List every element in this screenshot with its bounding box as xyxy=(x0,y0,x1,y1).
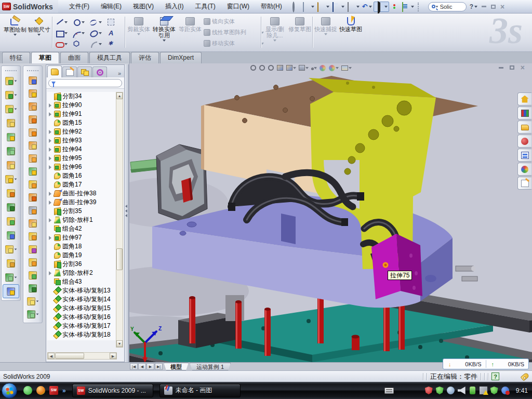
linear-pattern-button[interactable] xyxy=(2,172,20,186)
part-guide-rod[interactable] xyxy=(130,159,159,172)
scroll-down-arrow[interactable]: ▼ xyxy=(116,340,123,347)
move-copy-button[interactable] xyxy=(2,228,20,242)
untrim-surface-button[interactable] xyxy=(23,204,42,217)
display-style-button[interactable] xyxy=(298,64,309,72)
menu-窗口(W)[interactable]: 窗口(W) xyxy=(221,0,255,13)
task-button-未命名 - 画图[interactable]: 未命名 - 画图 xyxy=(159,384,241,397)
status-help-button[interactable]: ? xyxy=(491,373,499,380)
document-close-button[interactable]: × xyxy=(521,64,525,71)
tool-移动实体[interactable]: 移动实体 xyxy=(204,38,260,49)
boundary-surface-button[interactable] xyxy=(23,126,42,139)
options-button[interactable] xyxy=(401,2,415,12)
menu-工具(T)[interactable]: 工具(T) xyxy=(189,0,221,13)
tag-icon[interactable] xyxy=(521,372,530,381)
dropdown-arrow[interactable] xyxy=(349,67,352,69)
media-icon[interactable] xyxy=(36,386,45,395)
document-minimize-button[interactable] xyxy=(499,67,503,69)
corner-rectangle-button[interactable] xyxy=(54,28,71,38)
expander-icon[interactable] xyxy=(48,139,52,143)
expander-icon[interactable] xyxy=(48,103,52,108)
display-delete-relations-button[interactable]: 显示/删除几... xyxy=(263,15,287,49)
dropdown-arrow[interactable] xyxy=(99,43,102,45)
text-button[interactable] xyxy=(105,28,123,38)
tree-item[interactable]: 实体-移动/复制15 xyxy=(47,304,117,313)
menu-帮助(H)[interactable]: 帮助(H) xyxy=(255,0,288,13)
expander-icon[interactable] xyxy=(48,112,52,116)
rapid-sketch-button[interactable]: 快速草图 xyxy=(339,15,363,49)
tab-曲面[interactable]: 曲面 xyxy=(60,52,88,63)
tab-评估[interactable]: 评估 xyxy=(131,52,159,63)
dropdown-arrow[interactable] xyxy=(14,178,17,180)
network-warning-icon[interactable] xyxy=(480,387,487,394)
rib-button[interactable] xyxy=(2,186,20,200)
tool-线性草图阵列[interactable]: 线性草图阵列 xyxy=(204,27,260,38)
tree-item[interactable]: 曲面-拉伸39 xyxy=(47,198,117,207)
dropdown-arrow[interactable] xyxy=(14,34,17,36)
dropdown-arrow[interactable] xyxy=(369,6,372,8)
dropdown-arrow[interactable] xyxy=(314,67,317,69)
tab-DimXpert[interactable]: DimXpert xyxy=(160,52,202,63)
document-restore-button[interactable] xyxy=(510,65,514,70)
extruded-surface-button[interactable] xyxy=(23,74,42,87)
interference-check-button[interactable] xyxy=(390,2,400,12)
slot-button[interactable] xyxy=(54,38,71,49)
scroll-thumb[interactable] xyxy=(116,248,123,270)
extend-surface-button[interactable] xyxy=(23,217,42,230)
dropdown-arrow[interactable] xyxy=(36,313,38,315)
toolbox-tab[interactable] xyxy=(517,135,531,148)
combine-button[interactable] xyxy=(2,200,20,214)
tree-item[interactable]: 实体-移动/复制14 xyxy=(47,295,117,304)
spline-button[interactable] xyxy=(88,17,105,28)
dropdown-arrow[interactable] xyxy=(82,21,85,23)
sheet-nav-▶[interactable]: ▶ xyxy=(147,363,154,370)
sheet-nav-|◀[interactable]: |◀ xyxy=(130,363,138,370)
fillet-button[interactable] xyxy=(2,102,20,116)
dropdown-arrow[interactable] xyxy=(64,43,68,45)
tab-特征[interactable]: 特征 xyxy=(2,52,30,63)
tree-item[interactable]: 拉伸90 xyxy=(47,101,117,110)
tree-item[interactable]: 组合42 xyxy=(47,224,117,233)
sheet-tab-运动算例 1[interactable]: 运动算例 1 xyxy=(190,363,231,370)
dropdown-arrow[interactable] xyxy=(305,67,309,69)
draft-button[interactable] xyxy=(2,144,20,158)
spline-tool-button[interactable] xyxy=(23,308,42,321)
knit-surface-button[interactable] xyxy=(23,165,42,178)
dropdown-arrow[interactable] xyxy=(64,32,68,34)
revolved-surface-button[interactable] xyxy=(23,87,42,100)
sync-icon[interactable] xyxy=(501,387,509,394)
tree-item[interactable]: 拉伸92 xyxy=(47,127,117,136)
menu-视图(V)[interactable]: 视图(V) xyxy=(127,0,159,13)
section-view-button[interactable] xyxy=(276,64,284,72)
offset-surface-button[interactable] xyxy=(23,139,42,152)
zoom-fit-button[interactable] xyxy=(250,64,257,71)
tree-item[interactable]: 曲面-拉伸38 xyxy=(47,189,117,198)
tree-item[interactable]: 实体-移动/复制17 xyxy=(47,322,117,330)
shell-button[interactable] xyxy=(2,130,20,144)
tree-item[interactable]: 实体-移动/复制18 xyxy=(47,330,117,339)
tool-镜向实体[interactable]: 镜向实体 xyxy=(204,16,260,27)
select-region-button[interactable] xyxy=(105,17,123,28)
keyboard-icon[interactable] xyxy=(384,388,394,394)
search-input[interactable] xyxy=(440,4,463,10)
tree-item[interactable]: 组合43 xyxy=(47,277,117,286)
dropdown-arrow[interactable] xyxy=(356,6,360,8)
dropdown-arrow[interactable] xyxy=(14,94,17,96)
device-icon[interactable] xyxy=(470,387,475,394)
dropdown-arrow[interactable] xyxy=(14,108,17,110)
split-button[interactable] xyxy=(2,214,20,228)
appearances-tab[interactable] xyxy=(517,163,531,176)
tree-item[interactable]: 分割34 xyxy=(47,92,117,101)
point-button[interactable] xyxy=(105,38,123,49)
dropdown-arrow[interactable] xyxy=(14,276,17,278)
polygon-button[interactable] xyxy=(71,38,88,49)
security-red-icon[interactable] xyxy=(425,387,433,394)
save-button[interactable] xyxy=(331,2,345,12)
tree-item[interactable]: 圆角16 xyxy=(47,171,117,180)
expander-icon[interactable] xyxy=(48,148,52,152)
apply-scene-button[interactable] xyxy=(328,64,339,72)
expander-icon[interactable] xyxy=(48,156,52,161)
open-button[interactable] xyxy=(316,2,330,12)
tree-item[interactable]: 圆角19 xyxy=(47,251,117,260)
scroll-left-arrow[interactable]: ◀ xyxy=(48,353,55,359)
tree-item[interactable]: 拉伸95 xyxy=(47,154,117,163)
